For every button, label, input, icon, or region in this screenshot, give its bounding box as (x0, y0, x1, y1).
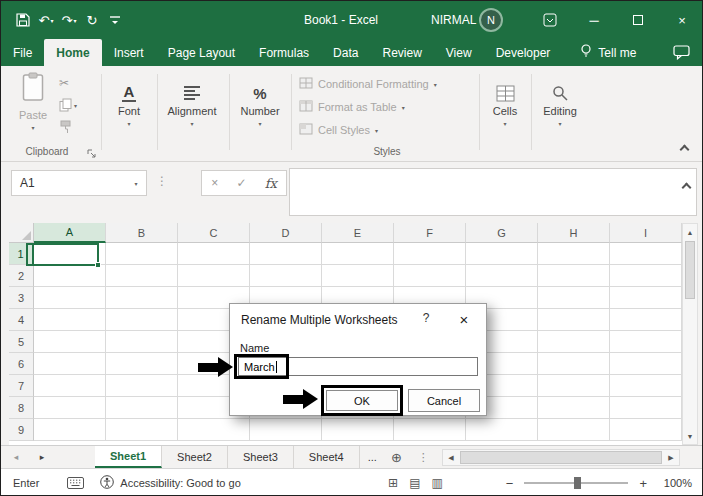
cell-H1[interactable] (538, 243, 610, 265)
cell-H9[interactable] (538, 419, 610, 441)
sheet-nav-left-icon[interactable]: ◂ (5, 446, 27, 468)
cell-I2[interactable] (610, 265, 682, 287)
cell-F2[interactable] (394, 265, 466, 287)
row-header-9[interactable]: 9 (9, 419, 34, 441)
cell-C9[interactable] (178, 419, 250, 441)
cell-B7[interactable] (106, 375, 178, 397)
number-button[interactable]: % Number ▾ (234, 72, 286, 127)
minimize-button[interactable]: ─ (572, 1, 616, 39)
column-header-D[interactable]: D (250, 223, 322, 243)
sheet-tab-sheet1[interactable]: Sheet1 (95, 446, 162, 468)
cancel-button[interactable]: Cancel (408, 389, 480, 412)
row-header-5[interactable]: 5 (9, 331, 34, 353)
column-header-C[interactable]: C (178, 223, 250, 243)
cell-I6[interactable] (610, 353, 682, 375)
zoom-slider[interactable] (524, 482, 628, 484)
cells-button[interactable]: Cells ▾ (483, 72, 527, 127)
sheet-tabs-overflow[interactable]: ... (360, 446, 385, 468)
vertical-scroll-thumb[interactable] (685, 241, 695, 299)
cell-H2[interactable] (538, 265, 610, 287)
row-header-2[interactable]: 2 (9, 265, 34, 287)
tell-me[interactable]: Tell me (574, 39, 642, 66)
cell-A6[interactable] (34, 353, 106, 375)
ribbon-display-options-icon[interactable] (528, 1, 572, 39)
cell-H4[interactable] (538, 309, 610, 331)
tab-insert[interactable]: Insert (102, 39, 156, 66)
scroll-right-icon[interactable]: ▶ (663, 454, 679, 462)
cell-A7[interactable] (34, 375, 106, 397)
cell-G9[interactable] (466, 419, 538, 441)
maximize-button[interactable] (616, 1, 660, 39)
tab-review[interactable]: Review (370, 39, 433, 66)
user-name[interactable]: NIRMAL (431, 1, 476, 39)
column-header-G[interactable]: G (466, 223, 538, 243)
new-sheet-icon[interactable]: ⊕ (391, 446, 402, 468)
close-button[interactable]: × (660, 1, 703, 39)
zoom-in-icon[interactable]: + (639, 476, 647, 491)
clipboard-dialog-launcher-icon[interactable] (87, 145, 97, 155)
name-box-caret-icon[interactable]: ▾ (126, 180, 146, 187)
cell-A9[interactable] (34, 419, 106, 441)
dialog-help-button[interactable]: ? (416, 311, 436, 325)
cell-H3[interactable] (538, 287, 610, 309)
insert-function-icon[interactable]: fx (265, 176, 277, 191)
formula-input[interactable] (289, 168, 697, 216)
tab-page-layout[interactable]: Page Layout (156, 39, 247, 66)
cell-D2[interactable] (250, 265, 322, 287)
column-header-F[interactable]: F (394, 223, 466, 243)
avatar[interactable]: N (479, 8, 503, 32)
cell-I7[interactable] (610, 375, 682, 397)
paste-button[interactable]: Paste ▾ (11, 72, 55, 131)
column-header-B[interactable]: B (106, 223, 178, 243)
scroll-down-icon[interactable]: ▼ (683, 428, 697, 444)
vertical-scrollbar[interactable]: ▲ ▼ (682, 223, 698, 445)
tab-developer[interactable]: Developer (484, 39, 563, 66)
column-header-A[interactable]: A (34, 223, 106, 243)
cell-A8[interactable] (34, 397, 106, 419)
save-icon[interactable] (13, 8, 33, 32)
cell-I8[interactable] (610, 397, 682, 419)
page-layout-view-icon[interactable]: ▤ (409, 476, 420, 490)
redo-caret-icon[interactable]: ▾ (73, 17, 76, 24)
conditional-formatting-button[interactable]: Conditional Formatting ▾ (299, 74, 475, 94)
copy-icon[interactable]: ▾ (59, 98, 77, 112)
editing-button[interactable]: Editing ▾ (535, 72, 585, 127)
cancel-entry-icon[interactable]: × (211, 176, 218, 190)
cell-I3[interactable] (610, 287, 682, 309)
cell-D1[interactable] (250, 243, 322, 265)
cell-B5[interactable] (106, 331, 178, 353)
cell-A5[interactable] (34, 331, 106, 353)
fill-handle[interactable] (95, 262, 101, 268)
cell-B4[interactable] (106, 309, 178, 331)
cell-H8[interactable] (538, 397, 610, 419)
cut-icon[interactable]: ✂ (59, 76, 69, 90)
sheet-tab-sheet3[interactable]: Sheet3 (228, 446, 294, 468)
horizontal-scrollbar[interactable]: ◀ ▶ (442, 449, 680, 466)
tab-home[interactable]: Home (44, 39, 101, 66)
row-header-8[interactable]: 8 (9, 397, 34, 419)
cell-B6[interactable] (106, 353, 178, 375)
cell-A4[interactable] (34, 309, 106, 331)
cell-I1[interactable] (610, 243, 682, 265)
comment-icon[interactable] (673, 39, 703, 66)
tab-view[interactable]: View (434, 39, 484, 66)
tab-data[interactable]: Data (321, 39, 370, 66)
cell-B2[interactable] (106, 265, 178, 287)
row-header-7[interactable]: 7 (9, 375, 34, 397)
paste-caret-icon[interactable]: ▾ (31, 124, 34, 131)
dialog-close-icon[interactable]: × (452, 308, 476, 330)
cell-F9[interactable] (394, 419, 466, 441)
cell-I9[interactable] (610, 419, 682, 441)
formula-bar-expand-icon[interactable] (683, 177, 690, 195)
repeat-icon[interactable]: ↻ (82, 8, 102, 32)
zoom-slider-thumb[interactable] (574, 477, 581, 489)
normal-view-icon[interactable]: ⊞ (388, 476, 398, 490)
cell-H7[interactable] (538, 375, 610, 397)
cell-F1[interactable] (394, 243, 466, 265)
cell-H6[interactable] (538, 353, 610, 375)
collapse-ribbon-icon[interactable] (678, 143, 690, 153)
cell-D9[interactable] (250, 419, 322, 441)
undo-icon[interactable]: ↶▾ (36, 8, 56, 32)
cell-G1[interactable] (466, 243, 538, 265)
scroll-up-icon[interactable]: ▲ (683, 224, 697, 240)
